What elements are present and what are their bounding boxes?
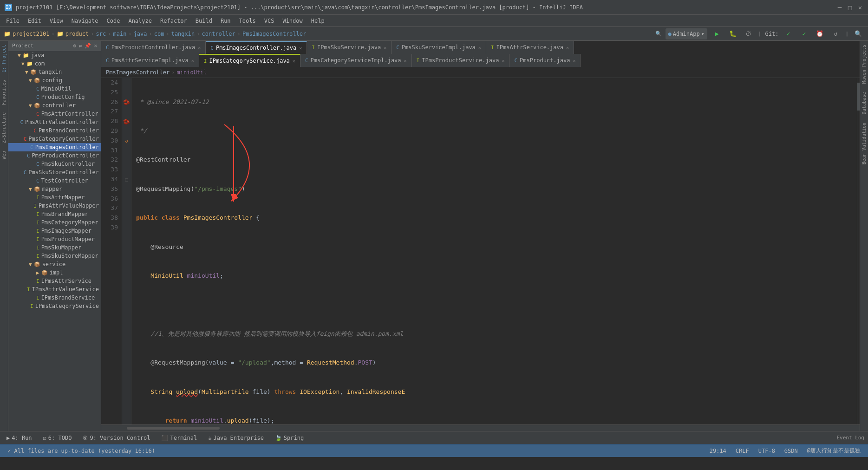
tree-ipmsattrvalue-service[interactable]: I IPmsAttrValueService (8, 285, 101, 294)
maximize-button[interactable]: □ (847, 4, 853, 11)
project-header-icons[interactable]: ⚙ ⇄ 📌 ✕ (73, 43, 97, 49)
nav-src[interactable]: src (96, 31, 106, 37)
tab-ipmsattr-close[interactable]: ✕ (566, 45, 569, 50)
tab-pmscategory-svcimpl-close[interactable]: ✕ (404, 58, 407, 63)
tab-ipmssku-close[interactable]: ✕ (384, 45, 386, 50)
tree-pmsimages-mapper[interactable]: I PmsImagesMapper (8, 227, 101, 235)
tab-pmsproduct[interactable]: C PmsProduct.java ✕ (509, 54, 581, 67)
tab-pmsimages-close[interactable]: ✕ (299, 46, 302, 51)
minimize-button[interactable]: ─ (836, 4, 843, 11)
close-sidebar-icon[interactable]: ✕ (94, 43, 97, 49)
run-button[interactable]: ▶ (711, 28, 723, 39)
tree-tangxin-folder[interactable]: ▼ 📦 tangxin (8, 68, 101, 76)
menu-help[interactable]: Help (307, 16, 328, 26)
bottom-todo[interactable]: ☑ 6: TODO (40, 434, 75, 442)
menu-navigate[interactable]: Navigate (68, 16, 102, 26)
tree-pmssku-mapper[interactable]: I PmsSkuMapper (8, 243, 101, 252)
panel-structure[interactable]: Z-Structure (0, 109, 7, 147)
tree-ipmsbrand-service[interactable]: I IPmsBrandService (8, 294, 101, 302)
tree-pmscategory-ctrl[interactable]: C PmsCategoryController (8, 135, 101, 143)
tab-pmsskusvcimpl[interactable]: C PmsSkuServiceImpl.java ✕ (392, 41, 486, 54)
nav-java[interactable]: java (134, 31, 147, 37)
tree-pmsimages-ctrl[interactable]: C PmsImagesController (8, 143, 101, 151)
tree-ipmscategory-service[interactable]: I IPmsCategoryService (8, 302, 101, 310)
menu-analyze[interactable]: Analyze (124, 16, 156, 26)
status-git[interactable]: GSDN (782, 448, 801, 454)
tree-ipmsattr-service[interactable]: I IPmsAttrService (8, 277, 101, 285)
status-crlf[interactable]: CRLF (733, 448, 752, 454)
sync-icon[interactable]: ⇄ (79, 43, 82, 49)
menu-run[interactable]: Run (217, 16, 235, 26)
tree-pmsattr-value-ctrl[interactable]: C PmsAttrValueController (8, 118, 101, 126)
tree-pmsattrvalue-mapper[interactable]: I PmsAttrValueMapper (8, 202, 101, 210)
panel-database[interactable]: Database (861, 88, 868, 118)
tree-controller-folder[interactable]: ▼ 📦 controller (8, 101, 101, 110)
bottom-spring[interactable]: 🍃 Spring (272, 434, 307, 442)
tree-pmsbrand-mapper[interactable]: I PmsBrandMapper (8, 210, 101, 218)
run-config-dropdown[interactable]: ● AdminApp ▾ (666, 28, 707, 39)
bottom-java-enterprise[interactable]: ☕ Java Enterprise (205, 434, 267, 442)
panel-web[interactable]: Web (0, 147, 7, 163)
nav-search-icon[interactable]: 🔍 (655, 31, 662, 37)
tree-config-folder[interactable]: ▼ 📦 config (8, 76, 101, 85)
menu-vcs[interactable]: VCS (261, 16, 278, 26)
nav-project2101[interactable]: 📁 (4, 31, 11, 37)
status-encoding[interactable]: UTF-8 (756, 448, 778, 454)
nav-project-name[interactable]: project2101 (13, 31, 49, 37)
tree-test-ctrl[interactable]: C TestController (8, 176, 101, 185)
tab-pmsproduct-close[interactable]: ✕ (198, 45, 201, 50)
tab-pmscategory-svcimpl[interactable]: C PmsCategoryServiceImpl.java ✕ (300, 54, 412, 67)
debug-button[interactable]: 🐛 (727, 28, 739, 39)
bottom-vcs[interactable]: ⑨ 9: Version Control (80, 434, 153, 442)
tree-pmsskustore-ctrl[interactable]: C PmsSkuStoreController (8, 168, 101, 176)
tab-pmsproduct-file-close[interactable]: ✕ (573, 58, 575, 63)
nav-tangxin[interactable]: tangxin (171, 31, 195, 37)
status-position[interactable]: 29:14 (707, 448, 729, 454)
nav-product-label[interactable]: product (65, 31, 89, 37)
h-scrollbar-thumb[interactable] (127, 427, 220, 430)
window-controls[interactable]: ─ □ ✕ (836, 4, 863, 11)
tab-pmsskusvcimpl-close[interactable]: ✕ (478, 45, 481, 50)
git-rollback-button[interactable]: ↺ (829, 28, 842, 39)
nav-main[interactable]: main (113, 31, 126, 37)
menu-build[interactable]: Build (192, 16, 216, 26)
gear-icon[interactable]: ⚙ (73, 43, 76, 49)
breadcrumb-field[interactable]: minioUtil (177, 69, 207, 76)
code-content[interactable]: * @since 2021-07-12 */ @RestController @… (131, 78, 857, 424)
search-everywhere-button[interactable]: 🔍 (852, 28, 864, 39)
panel-project[interactable]: 1: Project (0, 41, 7, 76)
tree-service-folder[interactable]: ▼ 📦 service (8, 260, 101, 268)
nav-controller[interactable]: controller (202, 31, 235, 37)
panel-bean-validation[interactable]: Bean Validation (861, 119, 868, 168)
git-history-button[interactable]: ⏰ (814, 28, 826, 39)
tree-com-folder[interactable]: ▼ 📁 com (8, 59, 101, 68)
gutter-26-bean[interactable]: 🫘 (122, 98, 131, 107)
tree-java-folder[interactable]: ▼ 📁 java (8, 51, 101, 59)
breadcrumb-controller[interactable]: PmsImagesController (106, 69, 170, 76)
tree-pmsskustore-mapper[interactable]: I PmsSkuStoreMapper (8, 252, 101, 260)
tab-pmsattr-svcimpl[interactable]: C PmsAttrServiceImpl.java ✕ (101, 54, 199, 67)
git-push-button[interactable]: ✓ (798, 28, 810, 39)
panel-maven[interactable]: Maven Projects (861, 41, 868, 87)
minimap-thumb[interactable] (857, 83, 860, 111)
bottom-terminal[interactable]: ⬛ Terminal (158, 434, 200, 442)
bottom-run[interactable]: ▶ 4: Run (4, 434, 35, 442)
nav-com[interactable]: com (154, 31, 164, 37)
tree-impl-folder[interactable]: ▶ 📦 impl (8, 268, 101, 277)
tab-ipmssku-svc[interactable]: I IPmsSkuService.java ✕ (307, 41, 392, 54)
tree-pmsbrand-ctrl[interactable]: C PmsBrandController (8, 126, 101, 135)
tab-pmsimages-ctrl[interactable]: C PmsImagesController.java ✕ (206, 41, 307, 54)
menu-file[interactable]: File (2, 16, 23, 26)
minimap[interactable] (857, 78, 860, 424)
menu-window[interactable]: Window (279, 16, 306, 26)
tree-pmsattr-mapper[interactable]: I PmsAttrMapper (8, 193, 101, 202)
tab-ipmscategory-close[interactable]: ✕ (293, 59, 295, 64)
panel-favorites[interactable]: Favorites (0, 76, 7, 109)
nav-controller-file[interactable]: PmsImagesController (242, 31, 306, 37)
menu-tools[interactable]: Tools (235, 16, 260, 26)
menu-edit[interactable]: Edit (24, 16, 45, 26)
tree-pmssku-ctrl[interactable]: C PmsSkuController (8, 160, 101, 168)
gutter-30-field[interactable]: ↺ (122, 136, 131, 146)
tree-product-config[interactable]: C ProductConfig (8, 93, 101, 101)
tree-pmsproduct-ctrl[interactable]: C PmsProductController (8, 151, 101, 160)
